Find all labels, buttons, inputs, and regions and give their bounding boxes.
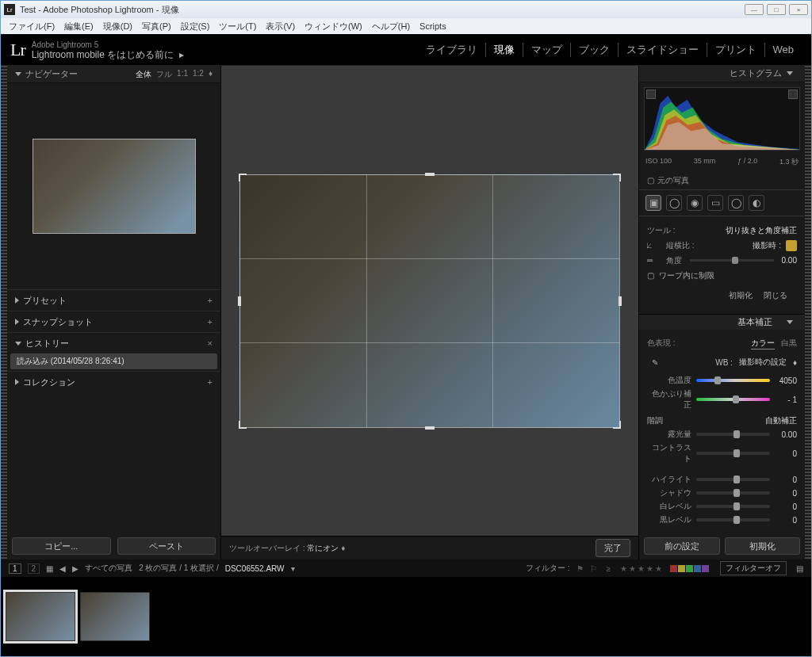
wb-value[interactable]: 撮影時の設定 bbox=[739, 357, 787, 368]
gradient-tool-icon[interactable]: ▭ bbox=[707, 195, 723, 211]
clear-history-icon[interactable]: × bbox=[208, 338, 213, 348]
crop-corner-tl[interactable] bbox=[239, 174, 247, 181]
filmstrip[interactable] bbox=[1, 577, 811, 656]
spot-tool-icon[interactable]: ◯ bbox=[666, 195, 682, 211]
temp-slider[interactable] bbox=[696, 379, 770, 382]
second-window-button[interactable]: 2 bbox=[28, 563, 40, 574]
shadows-slider[interactable] bbox=[696, 491, 770, 495]
menu-file[interactable]: ファイル(F) bbox=[6, 21, 58, 32]
zoom-1-2[interactable]: 1:2 bbox=[193, 69, 204, 80]
reset-all-button[interactable]: 初期化 bbox=[725, 537, 801, 555]
exposure-slider[interactable] bbox=[696, 433, 770, 436]
filmstrip-thumb[interactable] bbox=[6, 592, 75, 641]
history-header[interactable]: ヒストリー× bbox=[7, 333, 220, 353]
blacks-slider[interactable] bbox=[696, 518, 770, 521]
aspect-tool-icon[interactable]: ⟀ bbox=[647, 241, 661, 250]
source-label[interactable]: すべての写真 bbox=[85, 563, 132, 574]
crop-handle-right[interactable] bbox=[619, 296, 622, 306]
grid-view-icon[interactable]: ▦ bbox=[46, 564, 53, 573]
crop-tool-icon[interactable]: ▣ bbox=[645, 195, 661, 211]
zoom-fit[interactable]: 全体 bbox=[136, 69, 151, 80]
crop-corner-bl[interactable] bbox=[239, 421, 247, 429]
crop-reset-button[interactable]: 初期化 bbox=[726, 288, 756, 303]
original-photo-checkbox[interactable]: ▢元の写真 bbox=[639, 172, 805, 190]
treatment-bw[interactable]: 白黒 bbox=[781, 338, 797, 350]
shadow-clip-icon[interactable] bbox=[646, 90, 656, 99]
wb-dropper-icon[interactable]: ✎ bbox=[647, 354, 663, 370]
module-slideshow[interactable]: スライドショー bbox=[619, 43, 707, 57]
module-library[interactable]: ライブラリ bbox=[418, 43, 486, 57]
histogram[interactable] bbox=[644, 87, 800, 151]
aspect-value[interactable]: 撮影時 : bbox=[753, 240, 781, 251]
exposure-value[interactable]: 0.00 bbox=[775, 430, 797, 439]
crop-corner-br[interactable] bbox=[613, 421, 621, 429]
snapshots-header[interactable]: スナップショット+ bbox=[7, 311, 220, 332]
filter-off-button[interactable]: フィルターオフ bbox=[720, 561, 787, 575]
close-button[interactable]: × bbox=[789, 4, 808, 15]
previous-settings-button[interactable]: 前の設定 bbox=[644, 537, 720, 555]
add-preset-icon[interactable]: + bbox=[208, 296, 213, 305]
overlay-value[interactable]: 常にオン bbox=[307, 543, 339, 554]
dropdown-icon[interactable]: ♦ bbox=[341, 544, 345, 552]
angle-value[interactable]: 0.00 bbox=[782, 256, 797, 265]
crop-handle-left[interactable] bbox=[238, 296, 241, 306]
maximize-button[interactable]: □ bbox=[767, 4, 786, 15]
contrast-slider[interactable] bbox=[696, 452, 770, 455]
radial-tool-icon[interactable]: ◯ bbox=[728, 195, 744, 211]
crop-handle-top[interactable] bbox=[425, 173, 435, 176]
flag-reject-icon[interactable]: ⚐ bbox=[590, 564, 597, 573]
tint-value[interactable]: - 1 bbox=[775, 395, 797, 404]
module-print[interactable]: プリント bbox=[707, 43, 765, 57]
dropdown-icon[interactable]: ♦ bbox=[793, 358, 797, 367]
menu-develop[interactable]: 現像(D) bbox=[100, 21, 136, 32]
presets-header[interactable]: プリセット+ bbox=[7, 290, 220, 311]
collections-header[interactable]: コレクション+ bbox=[7, 372, 220, 392]
nav-next-icon[interactable]: ▶ bbox=[72, 564, 79, 573]
whites-slider[interactable] bbox=[696, 505, 770, 508]
add-snapshot-icon[interactable]: + bbox=[208, 317, 213, 327]
menu-window[interactable]: ウィンドウ(W) bbox=[301, 21, 366, 32]
crop-handle-bottom[interactable] bbox=[425, 426, 435, 430]
filter-lock-icon[interactable]: ▤ bbox=[796, 564, 803, 573]
basic-header[interactable]: 基本補正 bbox=[639, 314, 805, 330]
crop-corner-tr[interactable] bbox=[613, 174, 621, 181]
contrast-value[interactable]: 0 bbox=[775, 449, 797, 458]
zoom-1-1[interactable]: 1:1 bbox=[177, 69, 188, 80]
menu-scripts[interactable]: Scripts bbox=[416, 21, 450, 31]
rating-filter[interactable]: ★★★★★ bbox=[620, 564, 664, 573]
menu-tools[interactable]: ツール(T) bbox=[216, 21, 259, 32]
whites-value[interactable]: 0 bbox=[775, 502, 797, 511]
menu-photo[interactable]: 写真(P) bbox=[139, 21, 174, 32]
straighten-tool-icon[interactable]: ═ bbox=[647, 256, 661, 265]
shadows-value[interactable]: 0 bbox=[775, 489, 797, 498]
crop-close-button[interactable]: 閉じる bbox=[760, 288, 791, 303]
navigator-header[interactable]: ナビゲーター 全体 フル 1:1 1:2 ♦ bbox=[7, 66, 220, 83]
crop-overlay[interactable] bbox=[239, 174, 620, 428]
minimize-button[interactable]: — bbox=[745, 4, 764, 15]
angle-slider[interactable] bbox=[690, 259, 774, 262]
menu-view[interactable]: 表示(V) bbox=[262, 21, 298, 32]
blacks-value[interactable]: 0 bbox=[775, 516, 797, 525]
navigator-preview[interactable] bbox=[15, 91, 213, 281]
flag-pick-icon[interactable]: ⚑ bbox=[576, 564, 584, 573]
mobile-text[interactable]: Lightroom mobile をはじめる前に bbox=[32, 49, 174, 60]
temp-value[interactable]: 4050 bbox=[775, 376, 797, 385]
brush-tool-icon[interactable]: ◐ bbox=[749, 195, 764, 211]
paste-button[interactable]: ペースト bbox=[117, 537, 216, 555]
aspect-lock-icon[interactable] bbox=[786, 240, 797, 251]
copy-button[interactable]: コピー... bbox=[12, 537, 111, 555]
right-panel-grip[interactable] bbox=[805, 66, 811, 560]
histogram-header[interactable]: ヒストグラム bbox=[639, 66, 805, 82]
module-web[interactable]: Web bbox=[765, 44, 802, 55]
module-develop[interactable]: 現像 bbox=[486, 43, 523, 57]
module-map[interactable]: マップ bbox=[523, 43, 571, 57]
add-collection-icon[interactable]: + bbox=[208, 377, 213, 387]
tint-slider[interactable] bbox=[696, 398, 770, 401]
main-window-button[interactable]: 1 bbox=[9, 563, 21, 574]
menu-help[interactable]: ヘルプ(H) bbox=[369, 21, 413, 32]
dropdown-icon[interactable]: ▾ bbox=[291, 564, 295, 573]
zoom-fill[interactable]: フル bbox=[156, 69, 172, 80]
checkbox-icon[interactable]: ▢ bbox=[647, 271, 654, 280]
menu-settings[interactable]: 設定(S) bbox=[178, 21, 213, 32]
nav-prev-icon[interactable]: ◀ bbox=[59, 564, 66, 573]
